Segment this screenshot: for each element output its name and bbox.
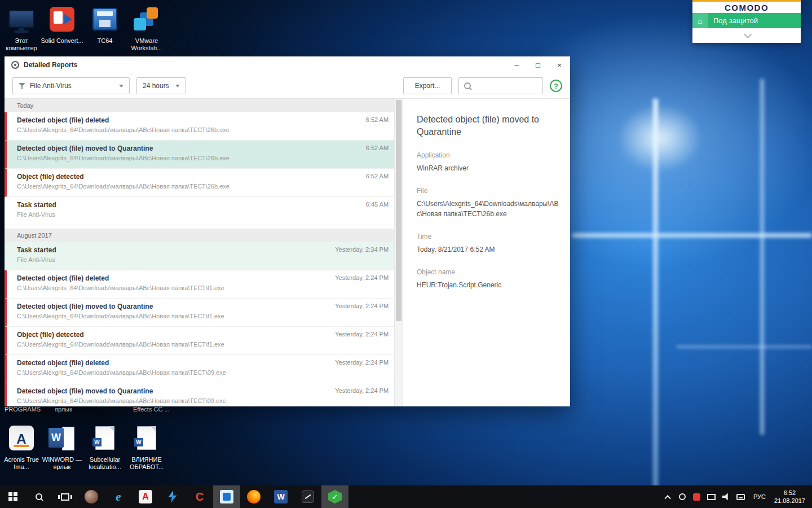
clock-time: 6:52 — [774, 489, 805, 497]
wallpaper-glow — [617, 104, 702, 172]
group-header: Today — [5, 99, 394, 112]
report-content: Today Detected object (file) deleted C:\… — [5, 98, 570, 406]
wallpaper-beam — [760, 79, 764, 435]
report-row[interactable]: Detected object (file) deleted C:\Users\… — [5, 355, 394, 383]
taskbar-app-dark[interactable] — [294, 485, 321, 508]
event-title: Detected object (file) moved to Quaranti… — [17, 144, 389, 152]
tray-show-hidden-icons[interactable] — [660, 485, 675, 508]
taskbar-app-red-a[interactable]: A — [132, 485, 159, 508]
chevron-down-icon — [119, 85, 123, 87]
report-row[interactable]: Detected object (file) deleted C:\Users\… — [5, 270, 394, 299]
tray-volume[interactable] — [719, 485, 734, 508]
maximize-button[interactable]: □ — [527, 56, 549, 73]
period-dropdown-value: 24 hours — [143, 82, 169, 90]
desktop-icon-vmware[interactable]: VMware Workstati... — [125, 5, 168, 52]
search-input[interactable] — [475, 81, 538, 90]
event-time: 6:52 AM — [366, 144, 389, 151]
comodo-expand-button[interactable] — [692, 28, 801, 43]
close-button[interactable]: × — [549, 56, 570, 73]
clock[interactable]: 6:52 21.08.2017 — [771, 489, 812, 505]
report-row[interactable]: Detected object (file) moved to Quaranti… — [5, 299, 394, 327]
task-view-button[interactable] — [52, 485, 78, 508]
detailed-reports-window: Detailed Reports – □ × File Anti-Virus 2… — [5, 56, 570, 406]
search-icon — [464, 82, 472, 90]
desktop-icon-vliyanie-doc[interactable]: ВЛИЯНИЕ ОБРАБОТ... — [125, 423, 168, 471]
event-title: Detected object (file) deleted — [17, 116, 389, 124]
event-time: Yesterday, 2:24 PM — [335, 303, 389, 309]
scrollbar[interactable] — [394, 99, 403, 406]
event-time: Yesterday, 2:24 PM — [335, 359, 389, 366]
tray-display[interactable] — [704, 485, 719, 508]
help-icon[interactable]: ? — [550, 80, 562, 92]
minimize-button[interactable]: – — [506, 56, 527, 73]
filter-dropdown[interactable]: File Anti-Virus — [12, 77, 130, 94]
desktop-icon-subcellular-doc[interactable]: Subcellular localizatio... — [83, 423, 126, 471]
event-title: Detected object (file) deleted — [17, 359, 389, 367]
desktop-icon-winword[interactable]: WINWORD — ярлык — [41, 423, 83, 471]
desktop-icon-label: Subcellular localizatio... — [83, 456, 126, 471]
taskbar-app-blue[interactable] — [159, 485, 186, 508]
comodo-widget[interactable]: COMODO ⌂ Под защитой — [692, 0, 801, 43]
event-title: Task started — [17, 201, 389, 209]
language-indicator[interactable]: РУС — [748, 493, 771, 500]
desktop-icon-solid-converter[interactable]: Solid Convert... — [41, 5, 83, 45]
details-section-value: C:\Users\Alexgrits_64\Downloads\малвары\… — [417, 199, 559, 219]
event-path: C:\Users\Alexgrits_64\Downloads\малвары\… — [17, 397, 389, 404]
report-row[interactable]: Object (file) detected C:\Users\Alexgrit… — [5, 169, 394, 197]
event-path: C:\Users\Alexgrits_64\Downloads\малвары\… — [17, 155, 389, 161]
task-view-icon — [61, 493, 69, 501]
taskbar-app-internet-explorer[interactable]: e — [105, 485, 132, 508]
comodo-header: COMODO — [692, 0, 801, 13]
toolbar: File Anti-Virus 24 hours Export... ? — [5, 73, 570, 98]
taskbar-app-comodo[interactable]: C — [186, 485, 213, 508]
report-row[interactable]: Object (file) detected C:\Users\Alexgrit… — [5, 327, 394, 355]
tray-touch-keyboard[interactable] — [734, 485, 748, 508]
touch-keyboard-icon — [736, 494, 745, 500]
start-button[interactable] — [0, 485, 26, 508]
event-title: Task started — [17, 246, 389, 254]
details-section-value: Today, 8/21/2017 6:52 AM — [417, 244, 559, 255]
vmware-icon — [220, 490, 233, 503]
details-panel: Detected object (file) moved to Quaranti… — [403, 99, 570, 406]
search-box[interactable] — [458, 77, 543, 94]
desktop-icon-acronis[interactable]: Acronis True Ima... — [0, 423, 43, 471]
window-titlebar[interactable]: Detailed Reports – □ × — [5, 56, 570, 73]
report-row[interactable]: Task started File Anti-Virus 6:45 AM — [5, 197, 394, 225]
gimp-icon — [85, 490, 98, 503]
partial-icon-label: PROGRAMS — [5, 406, 41, 413]
scrollbar-thumb[interactable] — [396, 100, 401, 321]
red-tray-icon — [693, 493, 700, 501]
taskbar-app-kaspersky[interactable]: ✓ — [321, 485, 348, 508]
taskbar-app-vmware[interactable] — [213, 485, 240, 508]
taskbar-app-firefox[interactable] — [240, 485, 267, 508]
report-row[interactable]: Detected object (file) moved to Quaranti… — [5, 383, 394, 406]
taskbar-app-word[interactable]: W — [267, 485, 294, 508]
event-title: Object (file) detected — [17, 331, 389, 339]
export-button[interactable]: Export... — [403, 77, 452, 94]
desktop-icon-this-pc[interactable]: Этот компьютер — [0, 5, 43, 52]
firefox-icon — [247, 490, 261, 503]
wallpaper-beam — [653, 99, 658, 508]
desktop-icon-label: Acronis True Ima... — [0, 456, 43, 471]
comodo-status-bar[interactable]: ⌂ Под защитой — [692, 13, 801, 28]
total-commander-icon — [92, 8, 117, 30]
taskbar-search-button[interactable] — [26, 485, 52, 508]
details-section-label: File — [417, 187, 560, 195]
details-section-label: Application — [417, 151, 560, 159]
report-row[interactable]: Task started File Anti-Virus Yesterday, … — [5, 242, 394, 270]
desktop-icon-tc64[interactable]: TC64 — [83, 5, 126, 45]
period-dropdown[interactable]: 24 hours — [136, 77, 186, 94]
red-a-app-icon: A — [139, 490, 152, 503]
solid-converter-icon — [50, 7, 74, 32]
report-row-selected[interactable]: Detected object (file) moved to Quaranti… — [5, 141, 394, 169]
tray-red-app[interactable] — [690, 485, 704, 508]
tray-status-app[interactable] — [675, 485, 690, 508]
taskbar-app-gimp[interactable] — [78, 485, 105, 508]
taskbar: e A C W ✓ РУС 6:52 21.08.2017 — [0, 485, 812, 508]
details-section-label: Object name — [417, 268, 560, 276]
report-row[interactable]: Detected object (file) deleted C:\Users\… — [5, 112, 394, 141]
report-list: Today Detected object (file) deleted C:\… — [5, 99, 394, 406]
word-icon — [48, 426, 76, 450]
event-time: 6:45 AM — [366, 201, 389, 208]
vmware-icon — [140, 12, 153, 26]
